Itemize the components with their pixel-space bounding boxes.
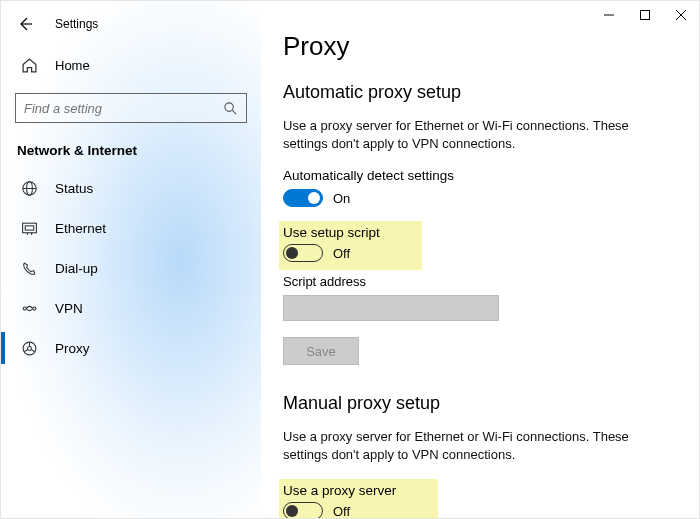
use-proxy-toggle[interactable] xyxy=(283,502,323,518)
sidebar-item-label: Proxy xyxy=(55,341,90,356)
sidebar-item-vpn[interactable]: VPN xyxy=(1,288,261,328)
home-icon xyxy=(19,57,39,74)
use-proxy-label: Use a proxy server xyxy=(283,483,396,498)
svg-point-17 xyxy=(27,346,31,350)
ethernet-icon xyxy=(19,220,39,237)
highlight-use-script: Use setup script Off xyxy=(279,221,422,270)
svg-point-14 xyxy=(23,306,26,309)
sidebar-item-label: Dial-up xyxy=(55,261,98,276)
search-icon xyxy=(223,101,238,116)
vpn-icon xyxy=(19,300,39,317)
svg-line-20 xyxy=(24,349,28,351)
use-script-label: Use setup script xyxy=(283,225,380,240)
auto-detect-state: On xyxy=(333,191,350,206)
proxy-icon xyxy=(19,340,39,357)
script-address-label: Script address xyxy=(283,274,673,289)
search-input[interactable] xyxy=(24,101,223,116)
auto-detect-toggle[interactable] xyxy=(283,189,323,207)
sidebar-item-label: Status xyxy=(55,181,93,196)
section-manual-title: Manual proxy setup xyxy=(283,393,673,414)
svg-line-6 xyxy=(232,110,236,114)
app-title: Settings xyxy=(55,17,98,31)
sidebar-item-dialup[interactable]: Dial-up xyxy=(1,248,261,288)
category-title: Network & Internet xyxy=(1,129,261,168)
svg-line-19 xyxy=(31,349,35,351)
script-address-input[interactable] xyxy=(283,295,499,321)
svg-point-5 xyxy=(225,102,233,110)
section-auto-desc: Use a proxy server for Ethernet or Wi-Fi… xyxy=(283,117,673,152)
save-button: Save xyxy=(283,337,359,365)
highlight-use-proxy: Use a proxy server Off xyxy=(279,479,438,518)
content-area[interactable]: Proxy Automatic proxy setup Use a proxy … xyxy=(261,1,699,518)
phone-icon xyxy=(19,260,39,277)
sidebar-item-label: VPN xyxy=(55,301,83,316)
home-label: Home xyxy=(55,58,90,73)
maximize-button[interactable] xyxy=(627,1,663,29)
section-auto-title: Automatic proxy setup xyxy=(283,82,673,103)
svg-point-15 xyxy=(32,306,35,309)
close-button[interactable] xyxy=(663,1,699,29)
svg-rect-11 xyxy=(25,225,34,229)
auto-detect-label: Automatically detect settings xyxy=(283,168,673,183)
use-script-state: Off xyxy=(333,246,350,261)
sidebar-item-label: Ethernet xyxy=(55,221,106,236)
svg-rect-1 xyxy=(641,11,650,20)
back-button[interactable] xyxy=(11,10,39,38)
sidebar-home[interactable]: Home xyxy=(1,47,261,83)
sidebar: Settings Home Network & Internet Status xyxy=(1,1,261,518)
search-box[interactable] xyxy=(15,93,247,123)
sidebar-item-ethernet[interactable]: Ethernet xyxy=(1,208,261,248)
titlebar: Settings xyxy=(1,7,261,41)
minimize-button[interactable] xyxy=(591,1,627,29)
use-proxy-state: Off xyxy=(333,504,350,518)
page-title: Proxy xyxy=(283,31,673,62)
use-script-toggle[interactable] xyxy=(283,244,323,262)
svg-rect-10 xyxy=(22,223,36,233)
sidebar-item-status[interactable]: Status xyxy=(1,168,261,208)
sidebar-item-proxy[interactable]: Proxy xyxy=(1,328,261,368)
window-controls xyxy=(591,1,699,29)
section-manual-desc: Use a proxy server for Ethernet or Wi-Fi… xyxy=(283,428,673,463)
globe-icon xyxy=(19,180,39,197)
